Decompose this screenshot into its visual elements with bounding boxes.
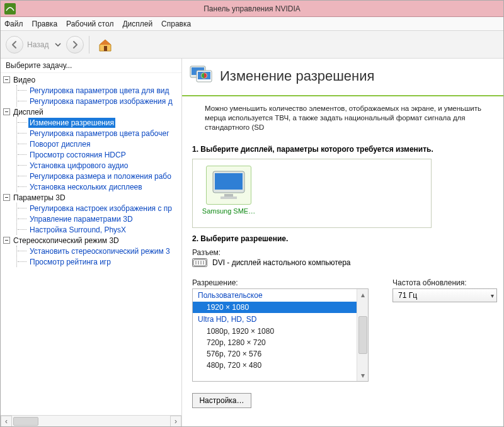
tree-item-link[interactable]: Просмотр рейтинга игр <box>28 257 112 267</box>
menu-file[interactable]: Файл <box>4 20 23 28</box>
tree-expander-icon[interactable] <box>3 194 10 201</box>
tree-group[interactable]: Стереоскопический режим 3DУстановить сте… <box>3 235 180 267</box>
heading-area: Изменение разрешения <box>182 59 503 96</box>
tree-item[interactable]: Просмотр состояния HDCP <box>28 149 180 160</box>
menubar: Файл Правка Рабочий стол Дисплей Справка <box>1 17 503 31</box>
task-tree[interactable]: ВидеоРегулировка параметров цвета для ви… <box>1 73 181 415</box>
tree-group-label: Дисплей <box>13 108 43 117</box>
dvi-icon <box>192 258 207 267</box>
display-picker: Samsung SME… <box>192 159 432 228</box>
tree-item[interactable]: Установить стереоскопический режим 3 <box>28 246 180 256</box>
window: Панель управления NVIDIA Файл Правка Раб… <box>0 0 504 427</box>
refresh-select[interactable]: 71 Гц ▾ <box>392 288 497 302</box>
tree-item-link[interactable]: Просмотр состояния HDCP <box>28 150 127 160</box>
tree-item[interactable]: Просмотр рейтинга игр <box>28 256 180 267</box>
refresh-block: Частота обновления: 71 Гц ▾ <box>392 273 497 302</box>
titlebar: Панель управления NVIDIA <box>1 1 503 17</box>
back-history-dropdown[interactable] <box>52 36 64 54</box>
home-button[interactable] <box>94 36 116 54</box>
menu-help[interactable]: Справка <box>161 20 191 28</box>
resolution-list[interactable]: Пользовательское1920 × 1080Ultra HD, HD,… <box>192 288 369 382</box>
resolution-group: Ultra HD, HD, SD <box>193 313 357 326</box>
content-panel: Изменение разрешения Можно уменьшить кол… <box>182 59 503 426</box>
client-area: Выберите задачу... ВидеоРегулировка пара… <box>1 59 503 426</box>
connector-label: Разъем: <box>192 248 497 257</box>
svg-rect-8 <box>215 173 243 190</box>
tree-item[interactable]: Регулировка параметров цвета для вид <box>28 85 180 96</box>
tree-expander-icon[interactable] <box>3 108 10 115</box>
menu-edit[interactable]: Правка <box>32 20 58 28</box>
tree-item-link[interactable]: Регулировка настроек изображения с пр <box>28 203 173 214</box>
tree-expander-icon[interactable] <box>3 76 10 83</box>
nvidia-logo-icon <box>4 3 16 14</box>
tree-item[interactable]: Поворот дисплея <box>28 139 180 149</box>
resolution-option[interactable]: 576p, 720 × 576 <box>193 348 357 360</box>
content-body: 1. Выберите дисплей, параметры которого … <box>182 139 503 414</box>
tree-item-link[interactable]: Настройка Surround, PhysX <box>28 225 127 235</box>
resolution-option[interactable]: 720p, 1280 × 720 <box>193 337 357 348</box>
tree-item[interactable]: Регулировка параметров изображения д <box>28 96 180 106</box>
tree-item-link[interactable]: Управление параметрами 3D <box>28 214 134 224</box>
sidebar-hscrollbar[interactable]: ‹ › <box>1 415 181 426</box>
forward-button[interactable] <box>66 36 84 54</box>
toolbar: Назад <box>1 31 503 59</box>
monitors-icon <box>188 64 214 89</box>
tree-item-link[interactable]: Поворот дисплея <box>28 139 92 149</box>
sidebar: Выберите задачу... ВидеоРегулировка пара… <box>1 59 182 426</box>
tree-item-link[interactable]: Изменение разрешения <box>28 118 115 128</box>
tree-item-link[interactable]: Регулировка параметров изображения д <box>28 96 174 106</box>
tree-group[interactable]: ДисплейИзменение разрешенияРегулировка п… <box>3 106 180 192</box>
tree-item[interactable]: Установка цифрового аудио <box>28 160 180 171</box>
tree-item[interactable]: Настройка Surround, PhysX <box>28 224 180 235</box>
refresh-label: Частота обновления: <box>392 278 497 287</box>
tree-item[interactable]: Установка нескольких дисплеев <box>28 181 180 192</box>
step2-label: 2. Выберите разрешение. <box>192 234 497 243</box>
refresh-value: 71 Гц <box>398 291 417 300</box>
scroll-track[interactable] <box>12 417 170 426</box>
toolbar-separator <box>89 36 89 54</box>
two-column-row: Разрешение: Пользовательское1920 × 1080U… <box>192 273 497 382</box>
menu-display[interactable]: Дисплей <box>122 20 152 28</box>
tree-item-link[interactable]: Регулировка размера и положения рабо <box>28 171 173 181</box>
sidebar-title: Выберите задачу... <box>1 59 181 73</box>
tree-item[interactable]: Изменение разрешения <box>28 117 180 128</box>
tree-group-label: Стереоскопический режим 3D <box>13 236 119 245</box>
scroll-right-icon[interactable]: › <box>170 416 181 427</box>
resolution-option[interactable]: 1920 × 1080 <box>193 302 357 313</box>
scroll-thumb[interactable] <box>13 417 38 426</box>
customize-button[interactable]: Настройка… <box>192 393 251 408</box>
step1-label: 1. Выберите дисплей, параметры которого … <box>192 145 497 154</box>
svg-rect-11 <box>193 259 206 266</box>
tree-group-label: Видео <box>13 76 35 84</box>
connector-row: DVI - дисплей настольного компьютера <box>192 258 497 267</box>
svg-rect-9 <box>224 194 233 196</box>
tree-item[interactable]: Регулировка параметров цвета рабочег <box>28 128 180 139</box>
display-item[interactable]: Samsung SME… <box>200 166 257 215</box>
customize-button-label: Настройка… <box>199 396 244 405</box>
resolution-option[interactable]: 1080p, 1920 × 1080 <box>193 326 357 337</box>
tree-group[interactable]: ВидеоРегулировка параметров цвета для ви… <box>3 74 180 106</box>
back-button[interactable] <box>6 36 23 54</box>
resolution-block: Разрешение: Пользовательское1920 × 1080U… <box>192 273 369 382</box>
tree-item-link[interactable]: Регулировка параметров цвета рабочег <box>28 128 171 139</box>
tree-item[interactable]: Регулировка размера и положения рабо <box>28 171 180 181</box>
tree-item[interactable]: Управление параметрами 3D <box>28 214 180 224</box>
vscroll-thumb[interactable] <box>358 316 367 354</box>
scroll-up-icon[interactable]: ▴ <box>357 289 368 300</box>
menu-desktop[interactable]: Рабочий стол <box>66 20 113 28</box>
resolution-option[interactable]: 480p, 720 × 480 <box>193 360 357 371</box>
svg-rect-10 <box>220 196 237 199</box>
back-label: Назад <box>27 40 49 49</box>
tree-item-link[interactable]: Установить стереоскопический режим 3 <box>28 246 171 256</box>
page-title: Изменение разрешения <box>220 68 374 84</box>
tree-expander-icon[interactable] <box>3 237 10 244</box>
tree-item-link[interactable]: Установка цифрового аудио <box>28 161 129 171</box>
display-name: Samsung SME… <box>200 207 257 215</box>
resolution-vscrollbar[interactable]: ▴ ▾ <box>357 289 368 381</box>
tree-item-link[interactable]: Регулировка параметров цвета для вид <box>28 86 170 96</box>
tree-group[interactable]: Параметры 3DРегулировка настроек изображ… <box>3 192 180 235</box>
tree-item-link[interactable]: Установка нескольких дисплеев <box>28 182 144 192</box>
scroll-down-icon[interactable]: ▾ <box>357 370 368 381</box>
tree-item[interactable]: Регулировка настроек изображения с пр <box>28 203 180 214</box>
scroll-left-icon[interactable]: ‹ <box>1 416 12 427</box>
